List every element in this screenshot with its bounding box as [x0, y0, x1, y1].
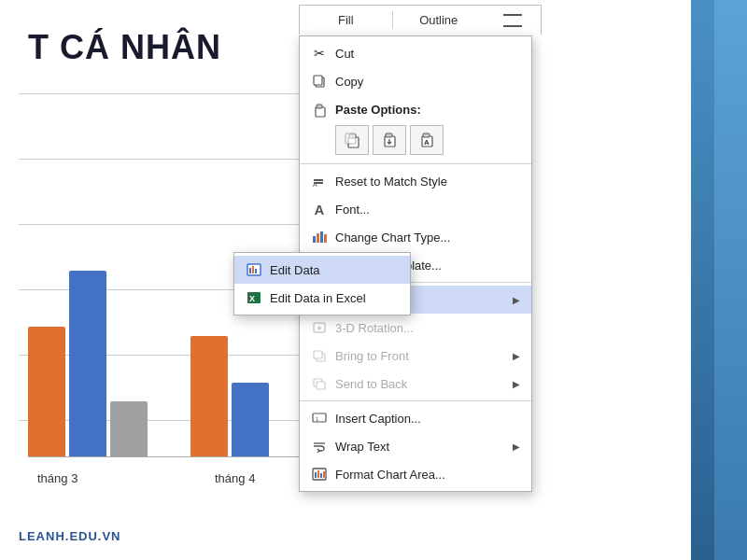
menu-item-3d-rotation: 3-D Rotation... — [300, 314, 531, 342]
svg-rect-1 — [503, 25, 522, 27]
paste-options-label: Paste Options: — [335, 103, 421, 117]
bar-group-month4 — [190, 336, 269, 457]
paste-option-btn-3[interactable]: A — [410, 125, 444, 155]
chart-label-month4: tháng 4 — [215, 471, 255, 485]
send-back-icon — [309, 374, 330, 393]
paste-option-btn-2[interactable] — [373, 125, 406, 155]
svg-rect-5 — [317, 105, 322, 108]
copy-icon — [309, 72, 330, 91]
submenu-excel-icon: X — [244, 288, 264, 307]
bar-gray-m3 — [110, 401, 148, 457]
chart-label-month3: tháng 3 — [37, 471, 78, 485]
3d-rotation-label: 3-D Rotation... — [335, 321, 414, 335]
svg-rect-19 — [320, 231, 323, 243]
svg-text:A: A — [313, 181, 317, 188]
menu-item-bring-front: Bring to Front ▶ — [300, 342, 531, 370]
bring-front-label: Bring to Front — [335, 349, 409, 363]
submenu-item-edit-excel[interactable]: X Edit Data in Excel — [234, 284, 410, 312]
copy-label: Copy — [335, 75, 363, 89]
reset-icon: A — [309, 172, 330, 190]
menu-item-cut[interactable]: ✂ Cut — [300, 39, 531, 67]
separator-3 — [300, 400, 531, 401]
submenu-edit-data-label: Edit Data — [270, 263, 319, 277]
svg-rect-20 — [324, 234, 327, 243]
bar-orange-m4 — [190, 336, 228, 457]
svg-rect-43 — [252, 266, 254, 273]
svg-text:1: 1 — [316, 416, 319, 422]
fill-outline-toolbar: Fill Outline — [299, 5, 542, 35]
separator-1 — [300, 163, 531, 164]
svg-rect-0 — [503, 14, 522, 16]
svg-rect-3 — [314, 76, 322, 85]
svg-rect-38 — [317, 470, 319, 478]
right-panel-inner — [714, 0, 747, 560]
gridline — [19, 93, 299, 94]
svg-rect-31 — [314, 351, 322, 358]
rotation-icon — [309, 318, 330, 337]
axis-line — [28, 456, 299, 457]
outline-button[interactable]: Outline — [393, 9, 486, 31]
font-icon: A — [309, 200, 330, 218]
format-chart-label: Format Chart Area... — [335, 468, 445, 482]
submenu-edit-data-icon — [244, 260, 264, 279]
bring-front-arrow: ▶ — [513, 351, 520, 361]
menu-item-paste-options: Paste Options: — [300, 95, 531, 121]
submenu-item-edit-data[interactable]: Edit Data — [234, 256, 410, 284]
menu-item-format-chart[interactable]: Format Chart Area... — [300, 460, 531, 488]
underline-icon — [500, 10, 526, 31]
svg-rect-17 — [313, 236, 316, 243]
paste-options-row: A — [300, 121, 531, 161]
scissors-icon: ✂ — [309, 44, 330, 63]
svg-rect-8 — [345, 133, 356, 144]
menu-item-wrap-text[interactable]: Wrap Text ▶ — [300, 432, 531, 460]
bar-orange-m3 — [28, 327, 65, 457]
svg-rect-39 — [320, 473, 322, 478]
svg-text:A: A — [424, 138, 430, 147]
menu-item-reset[interactable]: A Reset to Match Style — [300, 167, 531, 195]
menu-item-change-chart[interactable]: Change Chart Type... — [300, 223, 531, 251]
menu-item-send-back: Send to Back ▶ — [300, 370, 531, 398]
bring-front-icon — [309, 346, 330, 365]
menu-item-copy[interactable]: Copy — [300, 67, 531, 95]
watermark: LEANH.EDU.VN — [19, 529, 121, 543]
insert-caption-label: Insert Caption... — [335, 412, 421, 426]
fill-button[interactable]: Fill — [300, 9, 392, 31]
bar-group-month3 — [28, 271, 148, 457]
format-chart-icon — [309, 465, 330, 483]
svg-text:X: X — [249, 294, 255, 303]
svg-rect-37 — [315, 472, 317, 478]
send-back-label: Send to Back — [335, 377, 407, 391]
toolbar-icon-area — [485, 10, 541, 31]
svg-rect-18 — [317, 233, 319, 243]
submenu-edit-data: Edit Data X Edit Data in Excel — [233, 252, 411, 315]
paste-option-btn-1[interactable] — [335, 125, 369, 155]
edit-data-arrow: ▶ — [513, 295, 520, 305]
chart-icon — [309, 228, 330, 246]
svg-rect-33 — [317, 382, 325, 389]
menu-item-font[interactable]: A Font... — [300, 195, 531, 223]
right-panel — [691, 0, 747, 560]
svg-rect-40 — [323, 471, 325, 478]
wrap-text-icon — [309, 437, 330, 455]
svg-rect-10 — [386, 133, 392, 137]
svg-rect-44 — [255, 269, 257, 273]
menu-item-insert-caption[interactable]: 1 Insert Caption... — [300, 404, 531, 432]
bar-blue-m3 — [69, 271, 106, 457]
change-chart-label: Change Chart Type... — [335, 231, 450, 245]
cut-label: Cut — [335, 47, 354, 61]
reset-label: Reset to Match Style — [335, 175, 447, 189]
wrap-text-label: Wrap Text — [335, 440, 389, 454]
submenu-edit-excel-label: Edit Data in Excel — [270, 291, 366, 305]
slide-title: T CÁ NHÂN — [28, 28, 221, 67]
send-back-arrow: ▶ — [513, 379, 520, 389]
caption-icon: 1 — [309, 409, 330, 427]
font-label: Font... — [335, 203, 370, 217]
paste-icon — [309, 101, 330, 119]
bar-blue-m4 — [232, 383, 269, 457]
svg-rect-42 — [249, 268, 251, 273]
svg-rect-12 — [423, 133, 430, 137]
wrap-text-arrow: ▶ — [513, 441, 520, 452]
